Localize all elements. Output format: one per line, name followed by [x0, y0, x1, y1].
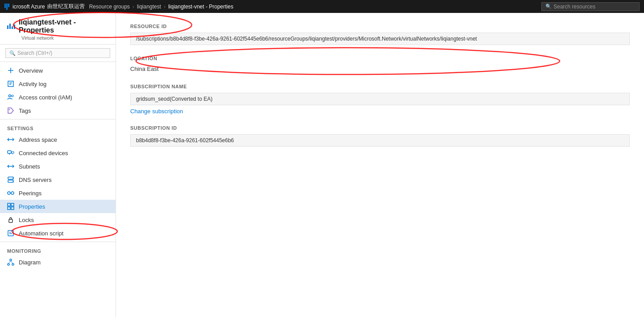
resource-type-label: Virtual network	[21, 35, 108, 41]
subscription-id-section: SUBSCRIPTION ID b8b4d8f8-f3be-426a-9261-…	[130, 125, 630, 147]
location-label: LOCATION	[130, 56, 630, 61]
subscription-id-value: b8b4d8f8-f3be-426a-9261-602f5445e6b6	[130, 134, 630, 147]
svg-point-7	[9, 109, 10, 110]
settings-divider	[0, 119, 116, 119]
connected-devices-icon	[7, 149, 14, 156]
address-space-icon	[7, 136, 14, 143]
content-area: RESOURCE ID /subscriptions/b8b4d8f8-f3be…	[116, 13, 644, 317]
sidebar-item-automation-script[interactable]: Automation script	[0, 226, 116, 240]
sidebar-item-locks-label: Locks	[19, 217, 34, 223]
svg-point-5	[9, 95, 11, 97]
tags-icon	[7, 107, 14, 114]
main-container: liqiangtest-vnet - Properties Virtual ne…	[0, 13, 644, 317]
sidebar-item-peerings-label: Peerings	[19, 190, 41, 197]
azure-logo: icrosoft Azure 由世纪互联运营	[4, 3, 85, 10]
sidebar-search-input[interactable]	[17, 50, 106, 56]
sidebar-item-address-space-label: Address space	[19, 136, 57, 143]
svg-point-16	[12, 178, 13, 179]
diagram-icon	[7, 259, 14, 266]
sidebar-item-activity-log[interactable]: Activity log	[0, 77, 116, 91]
top-nav-bar: icrosoft Azure 由世纪互联运营 Resource groups ›…	[0, 0, 644, 13]
sidebar-item-locks[interactable]: Locks	[0, 213, 116, 226]
brand-cn-text: 由世纪互联运营	[47, 3, 85, 10]
dns-servers-icon	[7, 176, 14, 183]
svg-point-28	[10, 259, 12, 261]
azure-logo-icon	[4, 4, 9, 10]
svg-rect-10	[12, 152, 14, 153]
sidebar-item-tags[interactable]: Tags	[0, 104, 116, 117]
svg-line-31	[8, 261, 11, 263]
peerings-icon	[7, 189, 14, 197]
sidebar-item-subnets-label: Subnets	[19, 163, 40, 170]
subscription-name-value: gridsum_seod(Converted to EA)	[130, 93, 630, 105]
resource-type-icon	[7, 24, 15, 29]
breadcrumb-resource-groups[interactable]: Resource groups	[89, 4, 130, 10]
resource-header: liqiangtest-vnet - Properties Virtual ne…	[0, 13, 116, 45]
monitoring-divider	[0, 242, 116, 242]
sidebar-item-diagram-label: Diagram	[19, 259, 41, 266]
breadcrumb-sep-1: ›	[132, 4, 134, 10]
change-subscription-link[interactable]: Change subscription	[130, 108, 183, 115]
sidebar-item-iam[interactable]: Access control (IAM)	[0, 91, 116, 104]
subscription-id-label: SUBSCRIPTION ID	[130, 125, 630, 131]
logo-bar-3	[8, 4, 9, 7]
resource-id-value: /subscriptions/b8b4d8f8-f3be-426a-9261-6…	[130, 33, 630, 45]
svg-rect-25	[8, 231, 13, 236]
breadcrumb-current: liqiangtest-vnet - Properties	[168, 4, 233, 10]
settings-section-header: SETTINGS	[0, 121, 116, 133]
sidebar-item-tags-label: Tags	[19, 107, 31, 114]
svg-point-6	[12, 95, 13, 97]
brand-text: icrosoft Azure	[12, 4, 45, 10]
svg-line-32	[11, 261, 13, 263]
search-icon-top: 🔍	[545, 4, 552, 9]
sidebar-item-overview[interactable]: Overview	[0, 64, 116, 77]
svg-rect-20	[8, 203, 10, 206]
monitoring-section-header: MONITORING	[0, 244, 116, 255]
sidebar: liqiangtest-vnet - Properties Virtual ne…	[0, 13, 116, 317]
automation-script-icon	[7, 230, 14, 237]
vnet-icon	[7, 24, 15, 29]
svg-point-19	[11, 192, 14, 194]
svg-rect-22	[8, 207, 10, 210]
sidebar-item-subnets[interactable]: Subnets	[0, 160, 116, 173]
sidebar-item-properties[interactable]: Properties	[0, 200, 116, 213]
sidebar-item-peerings[interactable]: Peerings	[0, 186, 116, 200]
sidebar-item-properties-label: Properties	[19, 203, 45, 210]
sidebar-item-dns-servers[interactable]: DNS servers	[0, 173, 116, 186]
resource-id-section: RESOURCE ID /subscriptions/b8b4d8f8-f3be…	[130, 24, 630, 45]
sidebar-search-box[interactable]: 🔍	[5, 48, 110, 58]
subscription-name-section: SUBSCRIPTION NAME gridsum_seod(Converted…	[130, 84, 630, 115]
breadcrumb-liqiangtest[interactable]: liqiangtest	[137, 4, 161, 10]
svg-rect-24	[9, 219, 12, 222]
sidebar-item-diagram[interactable]: Diagram	[0, 255, 116, 269]
subscription-name-label: SUBSCRIPTION NAME	[130, 84, 630, 89]
locks-icon	[7, 216, 14, 223]
sidebar-search-icon: 🔍	[9, 50, 16, 56]
sidebar-item-automation-script-label: Automation script	[19, 230, 63, 237]
svg-rect-9	[8, 151, 11, 153]
svg-rect-21	[11, 203, 14, 206]
sidebar-item-connected-devices-label: Connected devices	[19, 150, 68, 156]
sidebar-item-connected-devices[interactable]: Connected devices	[0, 146, 116, 160]
resource-display-name: liqiangtest-vnet - Properties	[19, 18, 108, 34]
sidebar-item-activity-log-label: Activity log	[19, 81, 46, 87]
svg-point-17	[12, 181, 13, 182]
sidebar-search-container: 🔍	[0, 45, 116, 62]
top-search-bar[interactable]: 🔍	[541, 2, 640, 11]
location-section: LOCATION China East	[130, 56, 630, 73]
logo-bar-1	[4, 4, 6, 8]
sidebar-item-address-space[interactable]: Address space	[0, 133, 116, 146]
resource-title: liqiangtest-vnet - Properties	[7, 18, 108, 34]
sidebar-item-overview-label: Overview	[19, 67, 43, 74]
subnets-icon	[7, 163, 14, 170]
resource-id-label: RESOURCE ID	[130, 24, 630, 29]
properties-icon	[7, 203, 14, 210]
breadcrumb-sep-2: ›	[164, 4, 165, 10]
breadcrumb: Resource groups › liqiangtest › liqiangt…	[89, 4, 234, 10]
iam-icon	[7, 94, 14, 101]
activity-log-icon	[7, 80, 14, 87]
search-resources-input[interactable]	[553, 4, 636, 10]
svg-point-18	[8, 192, 10, 194]
sidebar-nav: Overview Activity log Access control (IA…	[0, 62, 116, 271]
location-value: China East	[130, 65, 630, 73]
